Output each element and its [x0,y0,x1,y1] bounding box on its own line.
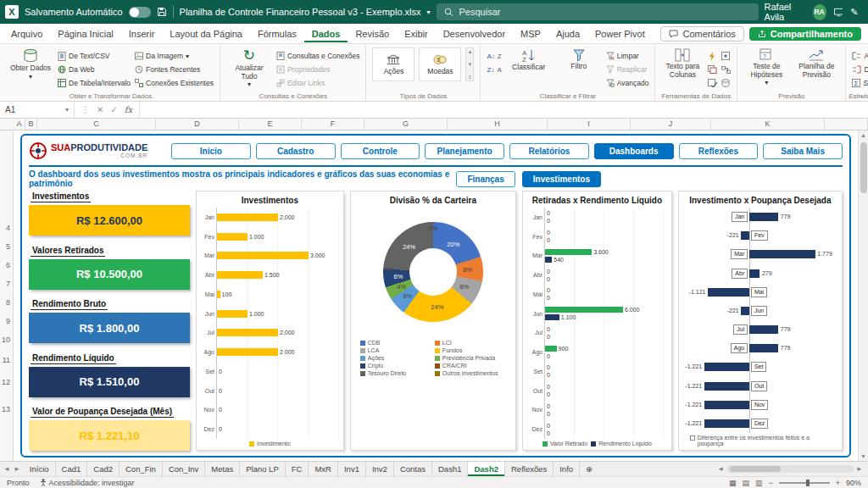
sheet-tab-Reflexões[interactable]: Reflexões [505,462,554,476]
nav-tab-Planejamento[interactable]: Planejamento [425,143,504,159]
properties-button[interactable]: Propriedades [276,64,360,75]
sheet-tab-Dash2[interactable]: Dash2 [468,462,505,476]
menu-tab-Ajuda[interactable]: Ajuda [548,25,587,42]
comments-button[interactable]: Comentários [660,26,743,42]
menu-tab-Layout da Página[interactable]: Layout da Página [162,25,250,42]
row-header-4[interactable]: 4 [6,224,10,232]
row-header-7[interactable]: 7 [6,280,10,288]
sheet-tab-Metas[interactable]: Metas [205,462,240,476]
column-header-J[interactable]: J [631,119,711,130]
edit-links-button[interactable]: Editar Links [276,77,360,89]
edit-icon[interactable]: ✎ [850,7,858,18]
row-header-12[interactable]: 12 [2,378,10,386]
excel-app-icon[interactable]: X [5,5,19,19]
menu-tab-Dados[interactable]: Dados [304,25,348,42]
chevron-down-icon[interactable]: ▾ [427,8,431,16]
scroll-thumb[interactable] [730,466,781,472]
from-web-button[interactable]: Da Web [58,64,131,75]
menu-tab-Revisão[interactable]: Revisão [348,25,397,42]
sheet-tab-Contas[interactable]: Contas [394,462,432,476]
scroll-right-icon[interactable]: ► [856,465,863,473]
next-sheet-icon[interactable]: ► [14,465,20,473]
reapply-button[interactable]: Reaplicar [606,64,649,75]
accessibility-status[interactable]: Acessibilidade: investigar [40,479,135,487]
name-box[interactable]: A1 ▾ [0,102,75,118]
menu-tab-MSP[interactable]: MSP [513,25,548,42]
vertical-scrollbar[interactable]: ▲▼ [858,130,868,461]
row-header-9[interactable]: 9 [6,317,10,325]
column-header-F[interactable]: F [302,119,364,130]
collapse-ribbon-icon[interactable]: ⌄ [858,91,865,99]
nav-tab-Dashboards[interactable]: Dashboards [594,143,674,159]
insert-function-button[interactable]: fx [125,105,132,114]
sheet-tab-Info[interactable]: Info [554,462,580,476]
sort-desc-button[interactable]: Z↓A [487,64,501,75]
sheet-tab-MxR[interactable]: MxR [309,462,338,476]
row-header-5[interactable]: 5 [6,242,10,251]
sheet-tab-Plano LP[interactable]: Plano LP [240,462,286,476]
clear-filter-button[interactable]: Limpar [606,50,649,62]
text-to-columns-button[interactable]: Texto para Colunas [661,47,704,79]
filter-button[interactable]: Filtro [556,47,602,71]
present-icon[interactable] [834,8,843,17]
nav-tab-Saiba Mais[interactable]: Saiba Mais [763,143,843,159]
scroll-thumb[interactable] [860,142,867,193]
sheet-tab-Con_Inv[interactable]: Con_Inv [163,462,205,476]
view-button-Finanças[interactable]: Finanças [456,171,515,187]
from-table-button[interactable]: De Tabela/Intervalo [58,77,131,89]
column-header-G[interactable]: G [364,119,448,130]
zoom-slider[interactable] [779,482,830,484]
row-header-8[interactable]: 8 [6,298,10,307]
sheet-tab-Inv2[interactable]: Inv2 [366,462,394,476]
menu-tab-Arquivo[interactable]: Arquivo [3,25,50,42]
recent-sources-button[interactable]: Fontes Recentes [135,64,214,75]
menu-tab-Fórmulas[interactable]: Fórmulas [250,25,304,42]
search-bar[interactable]: Pesquisar [437,3,759,20]
menu-tab-Exibir[interactable]: Exibir [397,25,436,42]
prev-sheet-icon[interactable]: ◄ [3,465,10,473]
file-name[interactable]: Planilha de Controle Financeiro Pessoal … [180,7,421,17]
get-data-button[interactable]: Obter Dados▾ [8,47,53,80]
row-header-11[interactable]: 11 [3,356,10,364]
normal-view-icon[interactable]: ▦ [729,479,737,487]
formula-input[interactable] [140,102,868,118]
from-text-csv-button[interactable]: De Text/CSV [58,50,131,62]
save-icon[interactable] [157,7,167,17]
nav-tab-Cadastro[interactable]: Cadastro [256,143,336,159]
sheet-tab-Inv1[interactable]: Inv1 [338,462,366,476]
sheet-tab-Dash1[interactable]: Dash1 [432,462,468,476]
stocks-data-type[interactable]: Ações [372,47,415,81]
page-break-view-icon[interactable]: ▥ [755,479,763,487]
nav-tab-Reflexões[interactable]: Reflexões [679,143,759,159]
zoom-in-icon[interactable]: + [836,479,840,487]
row-header-10[interactable]: 10 [2,336,10,344]
menu-tab-Desenvolvedor[interactable]: Desenvolvedor [436,25,513,42]
sort-button[interactable]: AZ Classificar [506,47,552,72]
nav-tab-Início[interactable]: Início [171,143,251,159]
queries-connections-button[interactable]: Consultas e Conexões [276,50,360,62]
row-header-6[interactable]: 6 [6,261,10,269]
formula-split-handle[interactable]: ⋮ [81,105,90,114]
from-image-button[interactable]: Da Imagem▾ [135,50,214,62]
sheet-tab-Cad2[interactable]: Cad2 [87,462,120,476]
column-header-E[interactable]: E [239,119,302,130]
zoom-thumb[interactable] [806,480,810,486]
consolidate-button[interactable] [721,50,731,62]
row-header-13[interactable]: 13 [2,405,10,413]
column-header-D[interactable]: D [156,119,239,130]
zoom-level[interactable]: 90% [846,479,861,487]
scroll-track[interactable] [726,465,854,473]
column-header-I[interactable]: I [548,119,631,130]
sort-asc-button[interactable]: A↓Z [487,50,501,62]
nav-tab-Controle[interactable]: Controle [341,143,420,159]
nav-tab-Relatórios[interactable]: Relatórios [509,143,589,159]
menu-tab-Página Inicial[interactable]: Página Inicial [50,25,120,42]
page-layout-view-icon[interactable]: ▤ [742,479,749,487]
sheet-nav-arrows[interactable]: ◄► [0,462,24,476]
avatar[interactable]: RA [813,4,826,20]
add-sheet-button[interactable]: ⊕ [580,462,598,476]
flash-fill-button[interactable] [708,50,717,62]
zoom-out-icon[interactable]: − [768,479,772,487]
sheet-tab-Início[interactable]: Início [24,462,56,476]
scroll-down-icon[interactable]: ▼ [860,453,866,459]
